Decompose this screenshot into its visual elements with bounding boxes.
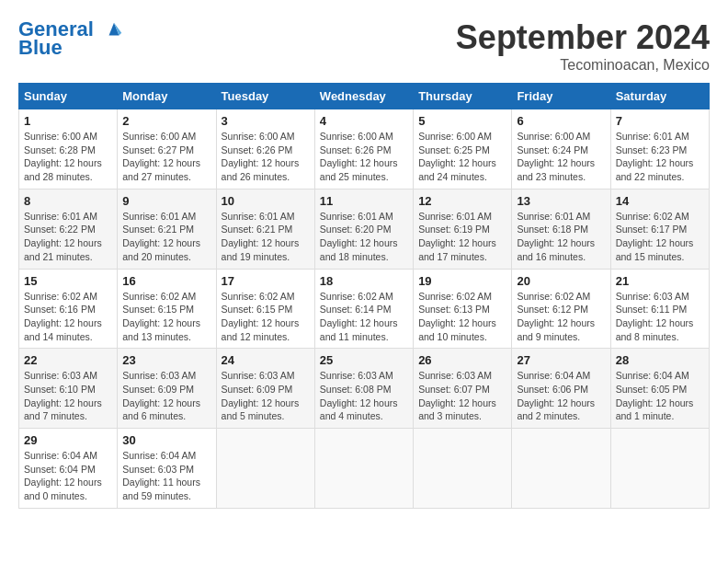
calendar-cell: 5Sunrise: 6:00 AM Sunset: 6:25 PM Daylig… [414, 109, 512, 190]
calendar-cell: 14Sunrise: 6:02 AM Sunset: 6:17 PM Dayli… [610, 189, 709, 269]
day-number: 27 [517, 353, 605, 367]
day-info: Sunrise: 6:01 AM Sunset: 6:23 PM Dayligh… [616, 130, 704, 184]
day-info: Sunrise: 6:01 AM Sunset: 6:19 PM Dayligh… [418, 210, 506, 264]
title-area: September 2024 Tecominoacan, Mexico [456, 18, 710, 74]
calendar-cell: 22Sunrise: 6:03 AM Sunset: 6:10 PM Dayli… [19, 349, 118, 429]
day-info: Sunrise: 6:02 AM Sunset: 6:14 PM Dayligh… [320, 290, 408, 344]
week-row-5: 29Sunrise: 6:04 AM Sunset: 6:04 PM Dayli… [19, 429, 710, 509]
day-number: 15 [24, 274, 112, 288]
calendar-cell: 19Sunrise: 6:02 AM Sunset: 6:13 PM Dayli… [414, 269, 512, 349]
calendar-cell: 25Sunrise: 6:03 AM Sunset: 6:08 PM Dayli… [314, 349, 413, 429]
day-info: Sunrise: 6:01 AM Sunset: 6:20 PM Dayligh… [320, 210, 408, 264]
calendar-cell: 15Sunrise: 6:02 AM Sunset: 6:16 PM Dayli… [19, 269, 118, 349]
page-header: General Blue September 2024 Tecominoacan… [18, 18, 710, 74]
calendar-cell: 23Sunrise: 6:03 AM Sunset: 6:09 PM Dayli… [118, 349, 216, 429]
header-sunday: Sunday [19, 84, 118, 109]
calendar-cell: 2Sunrise: 6:00 AM Sunset: 6:27 PM Daylig… [118, 109, 216, 190]
calendar-cell: 17Sunrise: 6:02 AM Sunset: 6:15 PM Dayli… [216, 269, 314, 349]
day-info: Sunrise: 6:02 AM Sunset: 6:17 PM Dayligh… [616, 210, 704, 264]
calendar-cell: 18Sunrise: 6:02 AM Sunset: 6:14 PM Dayli… [314, 269, 413, 349]
day-number: 29 [24, 433, 112, 447]
calendar-cell: 26Sunrise: 6:03 AM Sunset: 6:07 PM Dayli… [414, 349, 512, 429]
calendar-cell: 30Sunrise: 6:04 AM Sunset: 6:03 PM Dayli… [118, 429, 216, 509]
logo: General Blue [18, 18, 127, 59]
day-number: 4 [320, 114, 408, 128]
day-info: Sunrise: 6:00 AM Sunset: 6:26 PM Dayligh… [320, 130, 408, 184]
calendar-cell: 1Sunrise: 6:00 AM Sunset: 6:28 PM Daylig… [19, 109, 118, 190]
calendar-cell [314, 429, 413, 509]
day-info: Sunrise: 6:01 AM Sunset: 6:18 PM Dayligh… [517, 210, 605, 264]
header-tuesday: Tuesday [216, 84, 314, 109]
day-number: 26 [418, 353, 506, 367]
calendar-cell: 24Sunrise: 6:03 AM Sunset: 6:09 PM Dayli… [216, 349, 314, 429]
day-info: Sunrise: 6:03 AM Sunset: 6:10 PM Dayligh… [24, 369, 112, 423]
day-number: 3 [222, 114, 310, 128]
calendar-cell: 12Sunrise: 6:01 AM Sunset: 6:19 PM Dayli… [414, 189, 512, 269]
day-info: Sunrise: 6:02 AM Sunset: 6:16 PM Dayligh… [24, 290, 112, 344]
week-row-2: 8Sunrise: 6:01 AM Sunset: 6:22 PM Daylig… [19, 189, 710, 269]
calendar-body: 1Sunrise: 6:00 AM Sunset: 6:28 PM Daylig… [19, 109, 710, 509]
day-number: 19 [418, 274, 506, 288]
calendar-cell: 3Sunrise: 6:00 AM Sunset: 6:26 PM Daylig… [216, 109, 314, 190]
day-number: 25 [320, 353, 408, 367]
day-number: 12 [418, 194, 506, 208]
day-number: 10 [222, 194, 310, 208]
day-info: Sunrise: 6:03 AM Sunset: 6:08 PM Dayligh… [320, 369, 408, 423]
day-number: 6 [517, 114, 605, 128]
day-number: 8 [24, 194, 112, 208]
day-info: Sunrise: 6:01 AM Sunset: 6:22 PM Dayligh… [24, 210, 112, 264]
day-info: Sunrise: 6:00 AM Sunset: 6:24 PM Dayligh… [517, 130, 605, 184]
calendar-cell [216, 429, 314, 509]
day-number: 1 [24, 114, 112, 128]
calendar-cell: 29Sunrise: 6:04 AM Sunset: 6:04 PM Dayli… [19, 429, 118, 509]
week-row-3: 15Sunrise: 6:02 AM Sunset: 6:16 PM Dayli… [19, 269, 710, 349]
day-info: Sunrise: 6:00 AM Sunset: 6:28 PM Dayligh… [24, 130, 112, 184]
month-title: September 2024 [456, 18, 710, 57]
day-number: 30 [122, 433, 210, 447]
calendar-header-row: SundayMondayTuesdayWednesdayThursdayFrid… [19, 84, 710, 109]
week-row-1: 1Sunrise: 6:00 AM Sunset: 6:28 PM Daylig… [19, 109, 710, 190]
calendar-cell: 7Sunrise: 6:01 AM Sunset: 6:23 PM Daylig… [610, 109, 709, 190]
day-number: 9 [122, 194, 210, 208]
day-number: 13 [517, 194, 605, 208]
day-info: Sunrise: 6:01 AM Sunset: 6:21 PM Dayligh… [222, 210, 310, 264]
calendar-cell: 10Sunrise: 6:01 AM Sunset: 6:21 PM Dayli… [216, 189, 314, 269]
day-info: Sunrise: 6:04 AM Sunset: 6:03 PM Dayligh… [122, 449, 210, 503]
calendar-cell: 27Sunrise: 6:04 AM Sunset: 6:06 PM Dayli… [512, 349, 610, 429]
day-number: 24 [222, 353, 310, 367]
day-info: Sunrise: 6:02 AM Sunset: 6:13 PM Dayligh… [418, 290, 506, 344]
day-number: 21 [616, 274, 704, 288]
day-number: 11 [320, 194, 408, 208]
day-info: Sunrise: 6:04 AM Sunset: 6:04 PM Dayligh… [24, 449, 112, 503]
header-saturday: Saturday [610, 84, 709, 109]
calendar-cell: 16Sunrise: 6:02 AM Sunset: 6:15 PM Dayli… [118, 269, 216, 349]
calendar-cell: 6Sunrise: 6:00 AM Sunset: 6:24 PM Daylig… [512, 109, 610, 190]
header-monday: Monday [118, 84, 216, 109]
calendar-cell: 13Sunrise: 6:01 AM Sunset: 6:18 PM Dayli… [512, 189, 610, 269]
week-row-4: 22Sunrise: 6:03 AM Sunset: 6:10 PM Dayli… [19, 349, 710, 429]
day-number: 5 [418, 114, 506, 128]
calendar-cell [414, 429, 512, 509]
day-info: Sunrise: 6:00 AM Sunset: 6:25 PM Dayligh… [418, 130, 506, 184]
calendar-cell [610, 429, 709, 509]
day-number: 17 [222, 274, 310, 288]
header-wednesday: Wednesday [314, 84, 413, 109]
day-info: Sunrise: 6:01 AM Sunset: 6:21 PM Dayligh… [122, 210, 210, 264]
calendar-cell: 28Sunrise: 6:04 AM Sunset: 6:05 PM Dayli… [610, 349, 709, 429]
day-info: Sunrise: 6:02 AM Sunset: 6:15 PM Dayligh… [122, 290, 210, 344]
day-number: 16 [122, 274, 210, 288]
calendar-cell: 21Sunrise: 6:03 AM Sunset: 6:11 PM Dayli… [610, 269, 709, 349]
day-number: 2 [122, 114, 210, 128]
day-info: Sunrise: 6:04 AM Sunset: 6:06 PM Dayligh… [517, 369, 605, 423]
calendar-cell: 9Sunrise: 6:01 AM Sunset: 6:21 PM Daylig… [118, 189, 216, 269]
header-friday: Friday [512, 84, 610, 109]
calendar-cell: 4Sunrise: 6:00 AM Sunset: 6:26 PM Daylig… [314, 109, 413, 190]
day-number: 14 [616, 194, 704, 208]
location-title: Tecominoacan, Mexico [456, 57, 710, 74]
calendar-table: SundayMondayTuesdayWednesdayThursdayFrid… [18, 83, 710, 509]
day-number: 28 [616, 353, 704, 367]
day-info: Sunrise: 6:03 AM Sunset: 6:09 PM Dayligh… [222, 369, 310, 423]
day-number: 18 [320, 274, 408, 288]
day-info: Sunrise: 6:00 AM Sunset: 6:27 PM Dayligh… [122, 130, 210, 184]
calendar-cell: 20Sunrise: 6:02 AM Sunset: 6:12 PM Dayli… [512, 269, 610, 349]
